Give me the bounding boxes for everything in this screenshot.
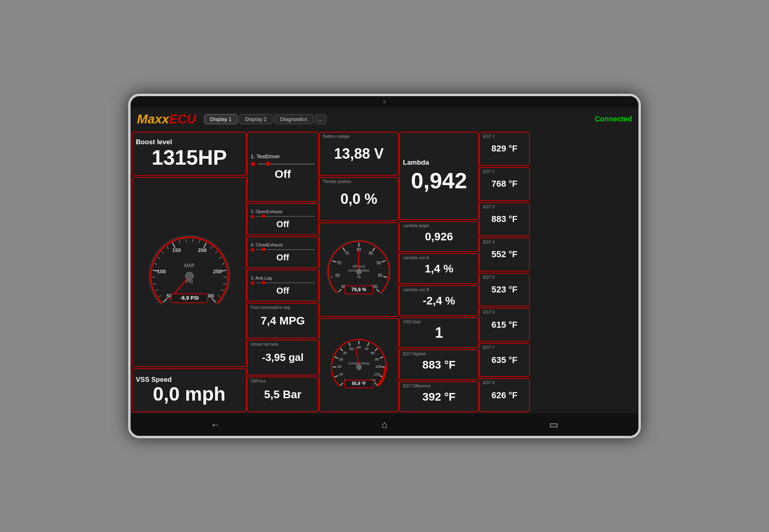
tab-display2[interactable]: Display 2 xyxy=(239,114,272,124)
main-content-area: Boost level 1315HP VSS Speed 0,0 mph 1. … xyxy=(131,131,638,413)
egt6-value: 615 °F xyxy=(491,320,517,330)
egt1-cell: EGT 1 829 °F xyxy=(479,132,530,166)
oil-press-value: 5,5 Bar xyxy=(264,388,301,401)
egt4-cell: EGT 4 552 °F xyxy=(479,238,530,272)
logo-maxx: Maxx xyxy=(137,112,169,126)
egt-difference-value: 392 °F xyxy=(423,391,456,403)
lambda-corr-b-label: Lambda corr B xyxy=(403,288,429,292)
column-2: 1. TestDriver Off 2. OpenExhaust xyxy=(247,131,319,413)
nav-back-button[interactable]: ← xyxy=(203,417,227,433)
close-exhaust-handle xyxy=(262,248,266,251)
anti-lag-handle xyxy=(262,281,266,284)
egt5-cell: EGT 5 523 °F xyxy=(479,273,530,307)
tablet-device: MaxxECU Display 1 Display 2 Diagnostics … xyxy=(128,94,641,438)
egt7-cell: EGT 7 635 °F xyxy=(479,343,530,377)
app-area: MaxxECU Display 1 Display 2 Diagnostics … xyxy=(131,107,638,436)
egt8-value: 626 °F xyxy=(491,390,517,401)
connection-status: Connected xyxy=(595,115,632,123)
test-driver-label: 1. TestDriver xyxy=(251,153,280,159)
nav-home-button[interactable]: ⌂ xyxy=(372,417,397,433)
battery-voltage-value: 13,88 V xyxy=(334,145,384,162)
egt4-value: 552 °F xyxy=(491,249,517,260)
map-gauge-canvas xyxy=(135,224,244,320)
tab-display1[interactable]: Display 1 xyxy=(204,114,238,124)
egt7-label: EGT 7 xyxy=(483,345,495,350)
tab-more[interactable]: ... xyxy=(315,114,326,124)
egt1-value: 829 °F xyxy=(491,143,517,154)
column-3: Battery voltage 13,88 V Throttle positio… xyxy=(319,131,399,413)
virtual-fuel-tank-value: -3,95 gal xyxy=(262,351,304,364)
throttle-position-label: Throttle position xyxy=(323,179,351,184)
egt2-label: EGT 2 xyxy=(483,169,495,174)
close-exhaust-dot xyxy=(251,248,254,252)
egt4-label: EGT 4 xyxy=(483,240,495,244)
egt-difference-label: EGT Difference xyxy=(403,384,431,388)
camera-dot xyxy=(383,100,386,103)
egt3-cell: EGT 3 883 °F xyxy=(479,202,530,236)
lambda-target-cell: Lambda target 0,926 xyxy=(399,221,479,252)
tab-bar: Display 1 Display 2 Diagnostics ... xyxy=(204,114,595,124)
anti-lag-dot xyxy=(251,281,254,285)
vss-gear-value: 1 xyxy=(435,324,443,341)
egt6-cell: EGT 6 615 °F xyxy=(479,308,530,342)
egt-difference-cell: EGT Difference 392 °F xyxy=(399,381,479,412)
open-exhaust-cell: 2. OpenExhaust Off xyxy=(247,203,319,235)
boost-value: 1315HP xyxy=(152,145,227,169)
egt-highest-label: EGT Highest xyxy=(403,352,426,356)
egt5-label: EGT 5 xyxy=(483,275,495,280)
egt1-label: EGT 1 xyxy=(483,134,495,139)
ethanol-gauge-cell xyxy=(319,222,399,317)
anti-lag-cell: 3. Anti-Lag Off xyxy=(247,270,319,302)
oil-press-cell: OilPress 5,5 Bar xyxy=(247,377,319,412)
header: MaxxECU Display 1 Display 2 Diagnostics … xyxy=(131,107,638,131)
lambda-target-label: Lambda target xyxy=(403,224,429,228)
oil-press-label: OilPress xyxy=(251,379,266,383)
egt8-cell: EGT 8 626 °F xyxy=(479,378,530,412)
test-driver-cell: 1. TestDriver Off xyxy=(247,132,319,202)
battery-voltage-label: Battery voltage xyxy=(323,134,350,139)
lambda-corr-a-label: Lambda corr A xyxy=(403,256,429,260)
open-exhaust-dot xyxy=(251,215,254,218)
battery-voltage-cell: Battery voltage 13,88 V xyxy=(319,132,399,176)
egt3-value: 883 °F xyxy=(491,214,517,224)
vss-speed-title: VSS Speed xyxy=(136,376,172,384)
throttle-position-cell: Throttle position 0,0 % xyxy=(319,177,399,221)
egt7-value: 635 °F xyxy=(491,355,517,365)
open-exhaust-handle xyxy=(262,214,266,218)
egt-highest-cell: EGT Highest 883 °F xyxy=(399,349,479,380)
close-exhaust-cell: 4. CloseExhaust Off xyxy=(247,236,319,268)
column-1: Boost level 1315HP VSS Speed 0,0 mph xyxy=(131,131,247,413)
coolant-gauge-cell xyxy=(319,318,399,413)
vss-gear-cell: VSS Gear 1 xyxy=(399,317,479,348)
ethanol-gauge-canvas xyxy=(321,230,397,310)
lambda-corr-b-value: -2,4 % xyxy=(423,294,455,307)
lambda-title: Lambda xyxy=(403,159,429,167)
vss-gear-label: VSS Gear xyxy=(403,320,421,324)
virtual-fuel-tank-cell: Virtual fuel tank -3,95 gal xyxy=(247,340,319,375)
app-logo: MaxxECU xyxy=(137,112,196,127)
open-exhaust-state: Off xyxy=(276,219,289,230)
fuel-consumption-label: Fuel consumption avg xyxy=(251,305,290,310)
test-driver-handle xyxy=(266,161,270,166)
vss-speed-cell: VSS Speed 0,0 mph xyxy=(132,368,247,412)
lambda-corr-b-cell: Lambda corr B -2,4 % xyxy=(399,285,479,316)
fuel-consumption-cell: Fuel consumption avg 7,4 MPG xyxy=(247,303,319,339)
bottom-nav-bar: ← ⌂ ▭ xyxy=(131,413,638,436)
tablet-top-bar xyxy=(131,96,638,107)
vss-speed-value: 0,0 mph xyxy=(153,383,225,405)
egt2-value: 768 °F xyxy=(491,179,517,189)
throttle-position-value: 0,0 % xyxy=(340,191,377,208)
lambda-corr-a-cell: Lambda corr A 1,4 % xyxy=(399,253,479,284)
virtual-fuel-tank-label: Virtual fuel tank xyxy=(251,342,278,347)
egt2-cell: EGT 2 768 °F xyxy=(479,167,530,201)
logo-ecu: ECU xyxy=(169,112,196,126)
egt6-label: EGT 6 xyxy=(483,310,495,314)
test-driver-state: Off xyxy=(275,168,291,181)
boost-cell: Boost level 1315HP xyxy=(132,132,247,176)
close-exhaust-label: 4. CloseExhaust xyxy=(251,242,283,247)
tab-diagnostics[interactable]: Diagnostics xyxy=(274,114,313,124)
nav-recent-button[interactable]: ▭ xyxy=(542,417,566,433)
boost-title: Boost level xyxy=(136,138,172,146)
column-4: Lambda 0,942 Lambda target 0,926 Lambda … xyxy=(399,131,479,413)
fuel-consumption-value: 7,4 MPG xyxy=(261,314,305,327)
